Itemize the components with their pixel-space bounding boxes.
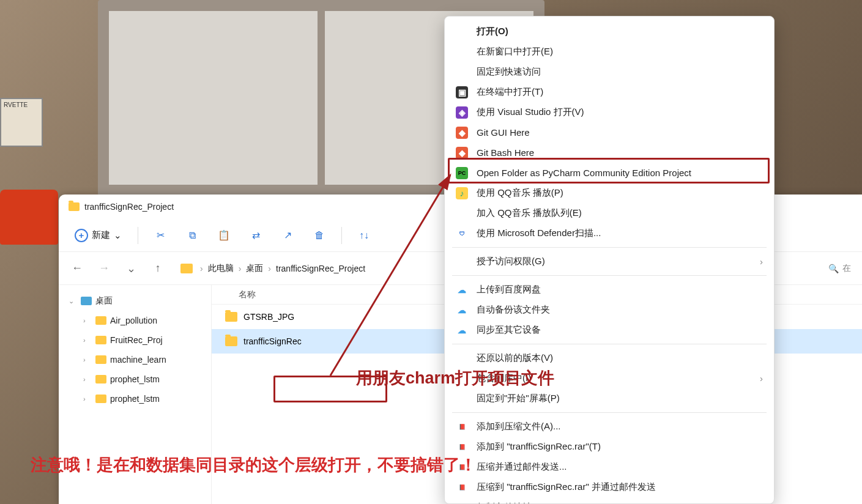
context-menu-item[interactable]: ☁同步至其它设备 (445, 320, 774, 340)
context-menu: 打开(O)在新窗口中打开(E)固定到快速访问▣在终端中打开(T)◈使用 Visu… (444, 16, 775, 504)
folder-icon (95, 336, 106, 344)
menu-item-label: 包含到库中(I) (477, 372, 531, 384)
folder-icon (225, 336, 237, 346)
context-menu-item[interactable]: ☁自动备份该文件夹 (445, 300, 774, 320)
back-button[interactable]: ← (67, 259, 87, 278)
menu-separator (452, 247, 767, 248)
menu-item-icon: PC (456, 167, 468, 179)
tree-label: FruitRec_Proj (110, 335, 163, 345)
context-menu-item[interactable]: ◈使用 Visual Studio 打开(V) (445, 102, 774, 122)
expand-icon: › (83, 336, 92, 344)
wallpaper-car (0, 190, 58, 245)
menu-item-label: 同步至其它设备 (477, 324, 541, 336)
menu-item-icon: ☁ (456, 284, 468, 296)
context-menu-item[interactable]: 📕压缩并通过邮件发送... (445, 457, 774, 477)
menu-item-label: Git Bash Here (477, 147, 534, 158)
sort-icon: ↑↓ (359, 230, 369, 241)
context-menu-item[interactable]: 授予访问权限(G)› (445, 251, 774, 272)
share-button[interactable]: ↗ (274, 222, 301, 249)
plus-icon: + (75, 229, 88, 242)
share-icon: ↗ (284, 229, 292, 241)
context-menu-item[interactable]: ◆Git Bash Here (445, 143, 774, 163)
context-menu-item[interactable]: ▣在终端中打开(T) (445, 82, 774, 102)
context-menu-item[interactable]: PCOpen Folder as PyCharm Community Editi… (445, 163, 774, 183)
tree-node-folder[interactable]: ›prophet_lstm (59, 389, 211, 409)
menu-item-label: 授予访问权限(G) (477, 256, 545, 267)
tree-label: Air_pollution (110, 316, 157, 325)
context-menu-item[interactable]: 📕添加到 "tranfficSignRec.rar"(T) (445, 437, 774, 457)
chevron-right-icon: › (760, 373, 763, 384)
up-button[interactable]: ↑ (148, 259, 168, 278)
file-name: tranfficSignRec (243, 336, 302, 346)
scissors-icon: ✂ (157, 229, 165, 241)
expand-icon: › (83, 356, 92, 363)
search-placeholder: 在 (842, 263, 851, 274)
menu-item-icon: ☁ (456, 324, 468, 336)
expand-icon: › (83, 376, 92, 383)
forward-button[interactable]: → (94, 259, 114, 278)
context-menu-item[interactable]: 加入 QQ音乐 播放队列(E) (445, 203, 774, 223)
paste-button[interactable]: 📋 (210, 222, 237, 249)
menu-item-label: 在新窗口中打开(E) (477, 46, 553, 57)
context-menu-item[interactable]: 包含到库中(I)› (445, 368, 774, 388)
sort-button[interactable]: ↑↓ (351, 222, 377, 249)
tree-node-folder[interactable]: ›machine_learn (59, 350, 211, 369)
menu-item-label: Git GUI Here (477, 127, 530, 138)
breadcrumb[interactable]: › 此电脑 › 桌面 › tranfficSignRec_Project (175, 258, 371, 280)
menu-item-label: Open Folder as PyCharm Community Edition… (477, 168, 691, 178)
menu-item-icon: ▣ (456, 86, 468, 98)
copy-button[interactable]: ⧉ (179, 222, 206, 249)
menu-item-label: 自动备份该文件夹 (477, 304, 550, 316)
menu-item-label: 固定到"开始"屏幕(P) (477, 393, 560, 404)
chevron-down-icon: ⌄ (127, 262, 136, 275)
menu-item-label: 压缩并通过邮件发送... (477, 461, 567, 473)
tree-node-folder[interactable]: ›FruitRec_Proj (59, 330, 211, 350)
menu-item-label: 使用 Microsoft Defender扫描... (477, 228, 601, 239)
delete-button[interactable]: 🗑 (306, 222, 333, 249)
desktop-icon (81, 297, 92, 305)
tree-label: prophet_lstm (110, 374, 160, 384)
folder-icon (95, 395, 106, 403)
context-menu-item[interactable]: 还原以前的版本(V) (445, 348, 774, 368)
nav-tree: ⌄ 桌面 ›Air_pollution›FruitRec_Proj›machin… (59, 285, 212, 504)
context-menu-item[interactable]: 复制文件地址(A) (445, 497, 774, 504)
folder-icon (225, 312, 237, 322)
context-menu-item[interactable]: 打开(O) (445, 21, 774, 42)
menu-item-label: 在终端中打开(T) (477, 86, 543, 98)
new-button[interactable]: + 新建 ⌄ (67, 223, 129, 248)
menu-item-label: 添加到压缩文件(A)... (477, 421, 561, 432)
menu-item-icon: ◆ (456, 127, 468, 139)
context-menu-item[interactable]: ☁上传到百度网盘 (445, 280, 774, 300)
context-menu-item[interactable]: 🛡使用 Microsoft Defender扫描... (445, 223, 774, 243)
breadcrumb-segment[interactable]: 此电脑 (208, 263, 234, 274)
context-menu-item[interactable]: 📕压缩到 "tranfficSignRec.rar" 并通过邮件发送 (445, 477, 774, 497)
recent-button[interactable]: ⌄ (121, 259, 141, 278)
menu-item-label: 上传到百度网盘 (477, 284, 541, 295)
menu-separator (452, 275, 767, 276)
arrow-right-icon: → (98, 262, 110, 275)
menu-item-icon: ☁ (456, 304, 468, 316)
menu-item-icon: ◈ (456, 106, 468, 119)
context-menu-item[interactable]: ♪使用 QQ音乐 播放(P) (445, 183, 774, 203)
rename-button[interactable]: ⇄ (242, 222, 269, 249)
toolbar-separator (341, 227, 342, 244)
tree-node-folder[interactable]: ›prophet_lstm (59, 369, 211, 389)
menu-item-icon: 📕 (456, 481, 468, 494)
cut-button[interactable]: ✂ (147, 222, 174, 249)
breadcrumb-segment[interactable]: 桌面 (246, 263, 263, 274)
tree-node-folder[interactable]: ›Air_pollution (59, 311, 211, 330)
menu-item-label: 还原以前的版本(V) (477, 352, 553, 364)
search-input[interactable]: 🔍 在 (826, 263, 853, 274)
expand-icon: › (83, 317, 92, 324)
menu-item-label: 固定到快速访问 (477, 66, 541, 78)
context-menu-item[interactable]: ◆Git GUI Here (445, 122, 774, 143)
chevron-right-icon: › (200, 264, 203, 273)
context-menu-item[interactable]: 在新窗口中打开(E) (445, 42, 774, 62)
menu-item-label: 使用 QQ音乐 播放(P) (477, 187, 563, 199)
context-menu-item[interactable]: 📕添加到压缩文件(A)... (445, 417, 774, 437)
context-menu-item[interactable]: 固定到快速访问 (445, 62, 774, 82)
context-menu-item[interactable]: 固定到"开始"屏幕(P) (445, 388, 774, 409)
tree-node-desktop[interactable]: ⌄ 桌面 (59, 291, 211, 311)
breadcrumb-segment[interactable]: tranfficSignRec_Project (276, 264, 365, 273)
menu-separator (452, 344, 767, 344)
